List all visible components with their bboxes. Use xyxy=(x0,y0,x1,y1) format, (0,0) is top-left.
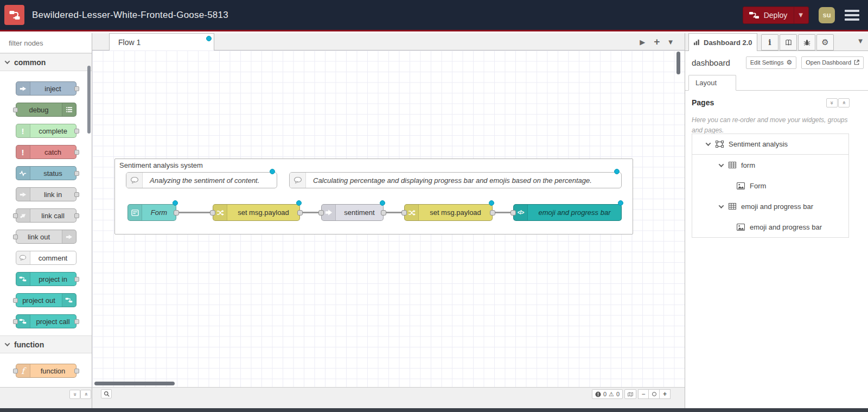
zoom-in-button[interactable]: + xyxy=(660,389,671,399)
workspace: Flow 1 ▶ + ▼ Sentiment analysis system xyxy=(92,33,685,387)
flow-list-caret-icon[interactable]: ▼ xyxy=(668,39,673,45)
tab-config[interactable]: ⚙ xyxy=(816,34,834,50)
palette-node-link-in[interactable]: link in xyxy=(16,187,76,201)
pages-header-row: Pages » » xyxy=(692,98,861,111)
group-sentiment-analysis-system[interactable]: Sentiment analysis system xyxy=(114,159,633,234)
expand-all-button[interactable]: » xyxy=(80,390,91,399)
tab-layout[interactable]: Layout xyxy=(688,75,736,91)
filter-nodes-input[interactable] xyxy=(8,39,92,48)
error-count: 0 xyxy=(603,391,607,397)
next-tab-icon[interactable]: ▶ xyxy=(640,38,645,46)
navigator-button[interactable] xyxy=(624,389,636,399)
node-changed-dot xyxy=(296,200,302,206)
palette-node-complete[interactable]: ! complete xyxy=(16,124,76,138)
palette-category-function[interactable]: function xyxy=(0,335,92,353)
open-dashboard-button[interactable]: Open Dashboard xyxy=(801,56,864,69)
canvas-horizontal-scrollbar[interactable] xyxy=(94,382,175,385)
tab-debug[interactable] xyxy=(798,34,815,50)
move-up-button[interactable]: » xyxy=(826,98,838,107)
collapse-all-button[interactable]: » xyxy=(69,390,80,399)
flow-tab-bar: Flow 1 ▶ + ▼ xyxy=(92,33,685,50)
zoom-reset-button[interactable] xyxy=(649,389,660,399)
output-port[interactable] xyxy=(174,210,179,215)
input-port[interactable] xyxy=(318,210,324,215)
comment-node[interactable]: Analyzing the sentiment of content. xyxy=(126,172,277,188)
tab-dashboard-2[interactable]: Dashboard 2.0 xyxy=(688,33,757,51)
flow-canvas[interactable]: Sentiment analysis system Analyzing the … xyxy=(92,50,685,387)
external-link-icon xyxy=(854,60,859,65)
tab-help[interactable] xyxy=(780,34,797,50)
function-icon: f xyxy=(16,364,30,377)
output-port[interactable] xyxy=(490,210,495,215)
palette-node-project-call[interactable]: project call xyxy=(16,314,76,328)
exclamation-icon: ! xyxy=(16,145,30,159)
palette-node-project-in[interactable]: project in xyxy=(16,272,76,286)
comment-node[interactable]: Calculating percentage and displaying pr… xyxy=(289,172,622,188)
warning-count: 0 xyxy=(616,391,620,397)
output-port[interactable] xyxy=(297,210,303,215)
tab-flow-1[interactable]: Flow 1 xyxy=(109,33,214,50)
dashboard-header-row: dashboard Edit Settings ⚙ Open Dashboard xyxy=(685,51,868,74)
node-sentiment[interactable]: sentiment xyxy=(321,204,384,221)
node-changed-dot xyxy=(173,200,178,206)
heartbeat-icon xyxy=(16,167,30,180)
palette-node-catch[interactable]: ! catch xyxy=(16,145,76,159)
palette-node-link-call[interactable]: link call xyxy=(16,208,76,223)
input-port[interactable] xyxy=(210,210,215,215)
output-port xyxy=(74,213,79,218)
deploy-divider xyxy=(794,7,794,23)
tree-item-widget-emoji-and-progress-bar[interactable]: emoji and progress bar xyxy=(692,217,848,237)
node-form[interactable]: Form xyxy=(127,204,176,221)
gear-icon: ⚙ xyxy=(821,37,828,47)
zoom-out-button[interactable]: − xyxy=(638,389,649,399)
main-menu-icon[interactable] xyxy=(845,10,859,21)
node-changed-dot xyxy=(270,169,275,174)
input-port[interactable] xyxy=(510,210,516,215)
palette-scrollbar[interactable] xyxy=(87,66,91,134)
output-port[interactable] xyxy=(381,210,386,215)
tree-item-widget-form[interactable]: Form xyxy=(692,175,848,196)
palette-node-function[interactable]: f function xyxy=(16,364,76,378)
deploy-button[interactable]: Deploy ▼ xyxy=(743,7,809,24)
pages-description: Here you can re-order and move your widg… xyxy=(692,115,850,135)
add-flow-button[interactable]: + xyxy=(654,36,660,48)
node-red-logo-icon xyxy=(4,5,24,25)
input-port xyxy=(13,298,18,303)
tree-item-group-form[interactable]: form xyxy=(692,155,848,175)
deploy-options-caret-icon[interactable]: ▼ xyxy=(799,12,803,18)
palette-node-debug[interactable]: debug xyxy=(16,103,76,117)
tree-item-group-emoji-and-progress-bar[interactable]: emoji and progress bar xyxy=(692,196,848,217)
user-avatar[interactable]: su xyxy=(819,7,835,23)
palette-node-status[interactable]: status xyxy=(16,166,76,180)
node-change-2[interactable]: set msg.payload xyxy=(404,204,493,221)
sidebar-tabs-caret-icon[interactable]: ▼ xyxy=(858,38,863,44)
form-icon xyxy=(128,205,142,220)
zoom-controls: − + xyxy=(638,389,671,399)
speech-bubble-icon xyxy=(16,251,30,264)
chevron-down-icon[interactable] xyxy=(719,162,724,167)
tab-info[interactable]: i xyxy=(761,34,778,50)
canvas-search-button[interactable] xyxy=(101,389,112,398)
chevron-down-icon[interactable] xyxy=(706,141,711,146)
move-down-button[interactable]: » xyxy=(838,98,850,107)
palette-node-link-out[interactable]: link out xyxy=(16,230,76,244)
output-port xyxy=(74,369,79,373)
node-template[interactable]: </> emoji and progress bar xyxy=(513,204,622,221)
palette-category-common[interactable]: common xyxy=(0,53,92,71)
project-icon xyxy=(16,272,30,286)
inject-arrow-icon xyxy=(16,82,30,95)
palette-node-comment[interactable]: comment xyxy=(16,251,76,265)
node-change-1[interactable]: set msg.payload xyxy=(213,204,300,221)
chevron-down-icon[interactable] xyxy=(719,203,724,208)
deploy-icon xyxy=(749,11,760,20)
input-port[interactable] xyxy=(401,210,407,215)
tree-item-page-sentiment-analysis[interactable]: Sentiment analysis xyxy=(692,134,848,155)
edit-settings-button[interactable]: Edit Settings ⚙ xyxy=(746,56,797,69)
palette-node-project-out[interactable]: project out xyxy=(16,293,76,307)
canvas-vertical-scrollbar[interactable] xyxy=(676,52,680,74)
chevron-down-icon xyxy=(5,59,10,64)
palette-node-inject[interactable]: inject xyxy=(16,81,76,96)
notification-counts[interactable]: 0 ⚠ 0 xyxy=(592,389,623,399)
speech-bubble-icon xyxy=(290,173,306,188)
sidebar-footer-pad xyxy=(685,387,868,408)
